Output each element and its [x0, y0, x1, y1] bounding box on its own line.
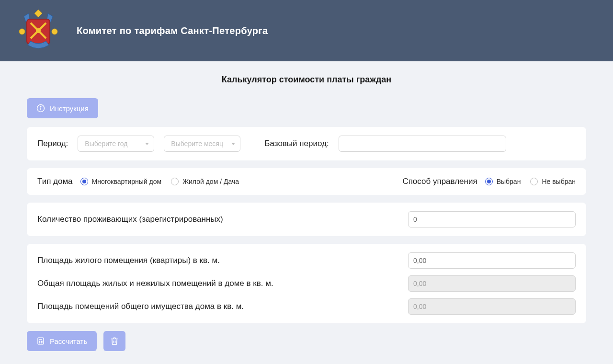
- actions-row: Рассчитать: [27, 331, 586, 351]
- residents-card: Количество проживающих (зарегистрированн…: [27, 203, 586, 236]
- month-select[interactable]: Выберите месяц: [164, 136, 240, 152]
- svg-point-11: [39, 342, 40, 343]
- svg-point-1: [36, 28, 41, 33]
- clear-button[interactable]: [103, 331, 125, 351]
- living-area-input[interactable]: [408, 252, 576, 269]
- house-management-row: Тип дома Многоквартирный дом Жилой дом /…: [37, 177, 576, 186]
- period-row: Период: Выберите год Выберите месяц Базо…: [37, 136, 576, 152]
- base-period-label: Базовый период:: [264, 139, 329, 148]
- header-title: Комитет по тарифам Санкт-Петербурга: [77, 25, 268, 36]
- residents-input[interactable]: [408, 211, 576, 228]
- base-period-input[interactable]: [339, 136, 506, 152]
- total-area-input: [408, 275, 576, 292]
- month-select-placeholder: Выберите месяц: [171, 140, 223, 148]
- year-select-placeholder: Выберите год: [85, 140, 127, 148]
- period-label: Период:: [37, 139, 68, 148]
- calculate-button[interactable]: Рассчитать: [27, 331, 97, 351]
- main-content: Калькулятор стоимости платы граждан Инст…: [0, 61, 613, 364]
- house-type-dacha-radio[interactable]: Жилой дом / Дача: [171, 178, 239, 185]
- living-area-label: Площадь жилого помещения (квартиры) в кв…: [37, 256, 408, 265]
- calculate-button-label: Рассчитать: [50, 337, 87, 345]
- living-area-row: Площадь жилого помещения (квартиры) в кв…: [37, 252, 576, 269]
- management-notselected-radio[interactable]: Не выбран: [530, 178, 576, 185]
- svg-point-3: [52, 29, 57, 34]
- page-title: Калькулятор стоимости платы граждан: [27, 75, 586, 85]
- management-selected-label: Выбран: [497, 178, 521, 185]
- house-management-card: Тип дома Многоквартирный дом Жилой дом /…: [27, 168, 586, 195]
- radio-checked-icon: [80, 178, 88, 185]
- coat-of-arms-logo: [15, 8, 61, 54]
- total-area-label: Общая площадь жилых и нежилых помещений …: [37, 279, 408, 288]
- house-type-radios: Многоквартирный дом Жилой дом / Дача: [80, 178, 239, 185]
- residents-label: Количество проживающих (зарегистрированн…: [37, 215, 408, 224]
- radio-unchecked-icon: [171, 178, 179, 185]
- total-area-row: Общая площадь жилых и нежилых помещений …: [37, 275, 576, 292]
- common-area-input: [408, 298, 576, 315]
- year-select[interactable]: Выберите год: [78, 136, 154, 152]
- house-type-group: Тип дома Многоквартирный дом Жилой дом /…: [37, 177, 239, 186]
- instruction-button-label: Инструкция: [50, 104, 89, 113]
- svg-rect-7: [38, 338, 44, 344]
- radio-checked-icon: [485, 178, 493, 185]
- common-area-label: Площадь помещений общего имущества дома …: [37, 302, 408, 311]
- house-type-dacha-label: Жилой дом / Дача: [182, 178, 239, 185]
- instruction-row: Инструкция: [27, 98, 586, 118]
- svg-point-9: [39, 341, 40, 342]
- svg-point-2: [19, 29, 25, 34]
- trash-icon: [110, 337, 119, 345]
- svg-point-12: [42, 342, 43, 343]
- management-label: Способ управления: [402, 177, 477, 186]
- common-area-row: Площадь помещений общего имущества дома …: [37, 298, 576, 315]
- area-card: Площадь жилого помещения (квартиры) в кв…: [27, 244, 586, 323]
- instruction-button[interactable]: Инструкция: [27, 98, 98, 118]
- house-type-apartment-label: Многоквартирный дом: [92, 178, 162, 185]
- app-header: Комитет по тарифам Санкт-Петербурга: [0, 0, 613, 61]
- management-notselected-label: Не выбран: [542, 178, 576, 185]
- management-radios: Выбран Не выбран: [485, 178, 576, 185]
- radio-unchecked-icon: [530, 178, 538, 185]
- period-card: Период: Выберите год Выберите месяц Базо…: [27, 127, 586, 160]
- info-icon: [36, 104, 45, 113]
- svg-point-10: [42, 341, 43, 342]
- calculator-icon: [36, 337, 45, 345]
- house-type-label: Тип дома: [37, 177, 73, 186]
- management-selected-radio[interactable]: Выбран: [485, 178, 521, 185]
- management-group: Способ управления Выбран Не выбран: [402, 177, 576, 186]
- svg-point-6: [40, 106, 41, 107]
- residents-row: Количество проживающих (зарегистрированн…: [37, 211, 576, 228]
- house-type-apartment-radio[interactable]: Многоквартирный дом: [80, 178, 162, 185]
